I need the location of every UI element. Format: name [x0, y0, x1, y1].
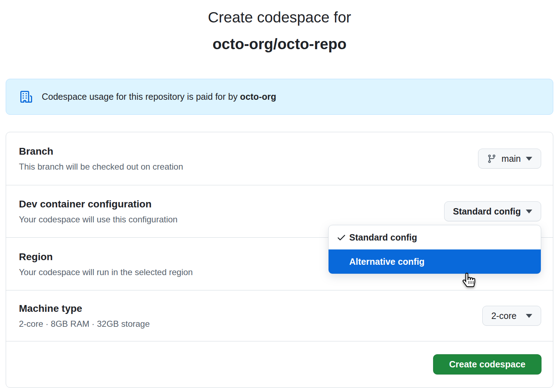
branch-label: Branch — [19, 145, 183, 158]
dev-container-config-description: Your codespace will use this configurati… — [19, 214, 178, 225]
check-icon — [336, 232, 346, 242]
payer-org-name: octo-org — [240, 92, 276, 102]
machine-type-description: 2-core · 8GB RAM · 32GB storage — [19, 318, 150, 329]
billing-info-banner: Codespace usage for this repository is p… — [6, 79, 553, 115]
machine-type-button-label: 2-core — [491, 311, 517, 321]
organization-icon — [20, 91, 32, 103]
codespace-settings-card: Branch This branch will be checked out o… — [6, 132, 553, 388]
dev-container-config-dropdown-button[interactable]: Standard config — [444, 201, 541, 221]
dev-container-config-label: Dev container configuration — [19, 198, 178, 210]
menu-item-label: Standard config — [349, 232, 417, 243]
region-row-text: Region Your codespace will run in the se… — [19, 251, 193, 278]
machine-type-row: Machine type 2-core · 8GB RAM · 32GB sto… — [6, 290, 553, 341]
create-codespace-button[interactable]: Create codespace — [433, 354, 542, 375]
dev-container-config-button-label: Standard config — [453, 206, 521, 217]
branch-dropdown-button[interactable]: main — [478, 149, 541, 169]
card-footer: Create codespace — [6, 341, 553, 387]
branch-button-label: main — [502, 154, 521, 164]
machine-type-dropdown-button[interactable]: 2-core — [482, 306, 541, 326]
menu-item-label: Alternative config — [349, 257, 425, 267]
machine-type-row-text: Machine type 2-core · 8GB RAM · 32GB sto… — [19, 302, 150, 329]
dev-container-config-row-text: Dev container configuration Your codespa… — [19, 198, 178, 225]
menu-item-alternative-config[interactable]: Alternative config — [329, 249, 541, 274]
region-label: Region — [19, 251, 193, 263]
branch-description: This branch will be checked out on creat… — [19, 161, 183, 172]
create-codespace-page: Create codespace for octo-org/octo-repo … — [0, 9, 559, 392]
menu-item-standard-config[interactable]: Standard config — [329, 225, 541, 249]
triangle-down-icon — [526, 157, 532, 161]
page-title: Create codespace for — [0, 9, 559, 26]
machine-type-label: Machine type — [19, 302, 150, 315]
branch-row-text: Branch This branch will be checked out o… — [19, 145, 183, 172]
triangle-down-icon — [526, 314, 532, 318]
branch-row: Branch This branch will be checked out o… — [6, 132, 553, 185]
triangle-down-icon — [526, 210, 532, 213]
banner-message: Codespace usage for this repository is p… — [42, 92, 276, 102]
git-branch-icon — [487, 154, 497, 164]
repo-name-title: octo-org/octo-repo — [0, 36, 559, 52]
dev-container-config-menu: Standard config Alternative config — [328, 225, 541, 274]
region-description: Your codespace will run in the selected … — [19, 267, 193, 278]
page-heading: Create codespace for octo-org/octo-repo — [0, 9, 559, 52]
